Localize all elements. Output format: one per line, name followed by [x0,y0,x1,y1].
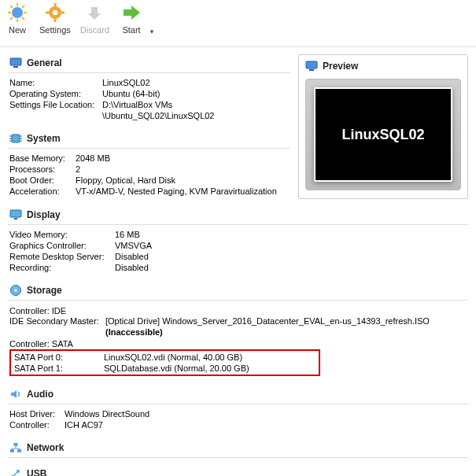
svg-rect-30 [10,449,14,452]
content-area: General Name:LinuxSQL02 Operating System… [0,47,476,476]
section-audio-header[interactable]: Audio [8,385,468,402]
system-proc-v: 2 [76,164,289,174]
speaker-icon [9,388,22,400]
general-name-k: Name: [9,78,102,87]
new-label: New [9,25,26,35]
settings-button[interactable]: Settings [39,2,71,43]
section-display-title: Display [27,209,61,220]
start-button[interactable]: Start ▼ [119,2,144,43]
svg-point-29 [14,289,17,291]
usb-icon [9,467,22,476]
svg-rect-24 [306,61,317,68]
system-accel-k: Acceleration: [9,186,76,196]
audio-ctrl-k: Controller: [9,420,65,430]
storage-ctrl-ide: Controller: IDE [9,304,467,315]
display-rds-v: Disabled [115,252,467,261]
svg-line-8 [10,17,13,20]
display-gctrl-k: Graphics Controller: [9,241,115,250]
audio-ctrl-v: ICH AC97 [65,420,467,430]
display-icon [9,208,22,221]
storage-ctrl-sata: Controller: SATA [9,338,467,349]
section-network-header[interactable]: Network [8,438,468,456]
svg-rect-11 [54,3,56,6]
network-icon [9,441,22,454]
preview-pane: Preview LinuxSQL02 [298,54,468,199]
section-network-title: Network [27,442,64,453]
svg-point-0 [12,7,23,18]
storage-sata0-v: LinuxSQL02.vdi (Normal, 40.00 GB) [104,352,315,362]
preview-thumbnail[interactable]: LinuxSQL02 [305,79,461,190]
discard-arrow-icon [83,2,105,24]
general-os-k: Operating System: [9,89,102,98]
general-loc-v1: D:\VirtualBox VMs [102,100,289,109]
monitor-icon [9,57,22,69]
sun-new-icon [6,2,28,24]
svg-rect-32 [14,443,18,446]
storage-inaccessible: (Inaccessible) [105,327,467,337]
audio-host-v: Windows DirectSound [65,409,467,419]
section-system-header[interactable]: System [8,129,290,146]
settings-label: Settings [39,25,71,35]
storage-sata1-k: SATA Port 1: [14,363,104,373]
section-preview-header: Preview [299,55,467,76]
svg-line-5 [10,6,13,8]
section-storage-title: Storage [27,285,62,296]
display-rec-v: Disabled [115,263,467,272]
toolbar: New Settings Discard Start ▼ [0,0,476,47]
gear-icon [44,2,66,24]
new-button[interactable]: New [5,2,30,43]
system-mem-k: Base Memory: [9,153,76,163]
system-boot-k: Boot Order: [9,175,76,185]
svg-rect-14 [61,12,65,14]
system-proc-k: Processors: [9,164,76,174]
svg-rect-13 [46,12,49,14]
start-arrow-icon [120,2,142,24]
system-accel-v: VT-x/AMD-V, Nested Paging, KVM Paravirtu… [76,186,289,196]
system-boot-v: Floppy, Optical, Hard Disk [76,175,289,185]
disk-icon [9,284,22,297]
section-general-header[interactable]: General [8,54,290,71]
display-rec-k: Recording: [9,263,115,272]
svg-line-7 [22,6,24,8]
display-gctrl-v: VMSVGA [115,241,467,250]
display-vmem-k: Video Memory: [9,230,115,239]
system-mem-v: 2048 MB [76,153,289,163]
svg-point-10 [53,10,57,15]
preview-machine-name: LinuxSQL02 [341,127,424,143]
discard-label: Discard [80,25,109,35]
section-audio-title: Audio [27,389,54,400]
section-usb-title: USB [27,468,46,476]
discard-button: Discard [80,2,109,43]
section-general-title: General [27,57,62,68]
svg-rect-16 [13,66,18,68]
sata-highlight: SATA Port 0:LinuxSQL02.vdi (Normal, 40.0… [9,349,320,376]
display-rds-k: Remote Desktop Server: [9,252,115,261]
svg-rect-17 [12,135,20,142]
general-name-v: LinuxSQL02 [102,78,289,87]
storage-ide-sec-k: IDE Secondary Master: [9,316,105,326]
general-os-v: Ubuntu (64-bit) [102,89,289,98]
storage-sata0-k: SATA Port 0: [14,352,104,362]
svg-rect-31 [17,449,21,452]
general-loc-v2: \Ubuntu_SQL02\LinuxSQL02 [102,111,289,120]
monitor-icon [305,60,318,72]
svg-rect-26 [10,210,21,217]
section-display-header[interactable]: Display [8,205,468,223]
svg-rect-25 [309,69,314,71]
svg-rect-12 [54,19,56,22]
section-usb-header[interactable]: USB [8,464,468,476]
storage-ide-sec-v: [Optical Drive] Windows_Server_2016_Data… [105,316,467,326]
section-storage-header[interactable]: Storage [8,281,468,298]
section-system-title: System [27,133,61,144]
section-preview-title: Preview [323,61,358,72]
chip-icon [9,132,22,145]
start-label: Start [122,25,140,35]
svg-line-6 [22,17,24,20]
storage-sata1-v: SQLDatabase.vdi (Normal, 20.00 GB) [104,363,315,373]
display-vmem-v: 16 MB [115,230,467,239]
audio-host-k: Host Driver: [9,409,65,419]
general-loc-k: Settings File Location: [9,100,102,109]
svg-rect-15 [10,58,21,65]
svg-rect-27 [14,218,17,220]
chevron-down-icon[interactable]: ▼ [149,28,155,35]
